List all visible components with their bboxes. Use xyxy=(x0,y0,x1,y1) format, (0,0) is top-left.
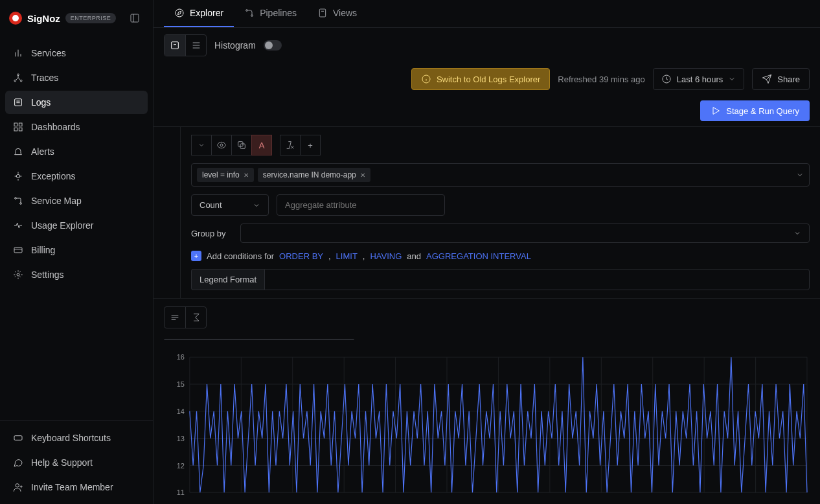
chart-svg: 111213141516 xyxy=(164,350,810,495)
toolbar-row-2: Switch to Old Logs Explorer Refreshed 39… xyxy=(154,63,820,95)
svg-text:11: 11 xyxy=(177,488,185,495)
view-tab-list[interactable]: List view xyxy=(165,339,228,340)
tab-pipelines[interactable]: Pipelines xyxy=(234,0,307,27)
copy-query-button[interactable] xyxy=(231,135,252,155)
chip-remove-icon[interactable]: ✕ xyxy=(360,172,365,179)
svg-rect-11 xyxy=(14,123,17,126)
sigma-button[interactable] xyxy=(185,307,206,328)
filter-input[interactable]: level = info ✕ service.name IN demo-app … xyxy=(191,163,810,187)
sidebar-item-help-support[interactable]: Help & Support xyxy=(5,451,148,474)
query-rail xyxy=(154,127,181,298)
sidebar-item-dashboards[interactable]: Dashboards xyxy=(5,115,148,139)
sidebar-item-settings[interactable]: Settings xyxy=(5,263,148,286)
chevron-down-icon xyxy=(253,201,260,209)
svg-rect-13 xyxy=(14,128,17,131)
legend-format-input[interactable] xyxy=(264,269,810,290)
sidebar-item-label: Exceptions xyxy=(31,171,75,181)
switch-old-explorer-button[interactable]: Switch to Old Logs Explorer xyxy=(411,68,550,90)
button-label: Stage & Run Query xyxy=(726,106,799,116)
sidebar-header: SigNoz ENTERPRISE xyxy=(0,0,153,36)
query-icons: A xyxy=(191,135,272,155)
brand-name: SigNoz xyxy=(27,13,60,24)
editor-mode-group xyxy=(164,34,207,56)
groupby-row: Group by xyxy=(191,223,810,243)
chip-text: level = info xyxy=(202,170,240,179)
grid-icon xyxy=(13,122,23,132)
chip-text: service.name IN demo-app xyxy=(263,170,356,179)
share-button[interactable]: Share xyxy=(752,68,810,90)
svg-point-5 xyxy=(17,74,19,76)
histogram-toggle[interactable] xyxy=(264,40,282,51)
svg-point-24 xyxy=(17,273,19,276)
toolbar-row-1: Histogram xyxy=(154,28,820,63)
sidebar-item-service-map[interactable]: Service Map xyxy=(5,189,148,212)
main: Explorer Pipelines Views Histogram Switc… xyxy=(154,0,820,504)
sidebar-item-usage-explorer[interactable]: Usage Explorer xyxy=(5,214,148,237)
chevron-down-icon xyxy=(793,229,801,237)
editor-mode-a[interactable] xyxy=(165,35,185,56)
editor-mode-b[interactable] xyxy=(185,35,206,56)
filter-chip[interactable]: level = info ✕ xyxy=(197,168,254,182)
view-tab-timeseries[interactable]: Time series xyxy=(228,339,302,340)
visibility-toggle[interactable] xyxy=(211,135,232,155)
query-letter-button[interactable]: A xyxy=(251,135,272,155)
svg-point-31 xyxy=(246,10,248,12)
activity-icon xyxy=(13,220,23,231)
sidebar-item-exceptions[interactable]: Exceptions xyxy=(5,165,148,188)
svg-rect-35 xyxy=(172,42,179,49)
sidebar-item-alerts[interactable]: Alerts xyxy=(5,140,148,163)
filter-chip[interactable]: service.name IN demo-app ✕ xyxy=(258,168,370,182)
svg-point-26 xyxy=(16,484,19,487)
sidebar-item-keyboard-shortcuts[interactable]: Keyboard Shortcuts xyxy=(5,426,148,450)
sidebar-item-label: Billing xyxy=(31,245,55,255)
aggregate-row: Count xyxy=(191,194,810,216)
sidebar-item-invite[interactable]: Invite Team Member xyxy=(5,475,148,499)
plus-icon: + xyxy=(191,251,201,261)
sidebar-collapse-button[interactable] xyxy=(126,9,144,27)
sidebar-item-services[interactable]: Services xyxy=(5,41,148,65)
button-label: Share xyxy=(777,74,800,84)
sidebar: SigNoz ENTERPRISE Services Traces Logs D… xyxy=(0,0,154,504)
bell-icon xyxy=(13,146,23,157)
clock-icon xyxy=(661,74,672,84)
kw-and: and xyxy=(407,251,421,261)
tab-explorer[interactable]: Explorer xyxy=(164,0,234,27)
svg-rect-12 xyxy=(19,123,22,126)
tab-views[interactable]: Views xyxy=(307,0,367,27)
groupby-select[interactable] xyxy=(240,223,810,243)
sidebar-item-traces[interactable]: Traces xyxy=(5,66,148,89)
chip-remove-icon[interactable]: ✕ xyxy=(244,172,249,179)
groupby-label: Group by xyxy=(191,229,233,238)
collapse-query-button[interactable] xyxy=(191,135,212,155)
svg-text:16: 16 xyxy=(177,353,185,361)
svg-text:15: 15 xyxy=(177,380,185,388)
function-button[interactable] xyxy=(280,135,301,155)
sidebar-item-label: Logs xyxy=(31,97,51,108)
credit-card-icon xyxy=(13,245,23,255)
route-icon xyxy=(13,196,23,206)
bar-chart-icon xyxy=(13,48,23,58)
keyboard-icon xyxy=(13,433,23,443)
aggregate-function-select[interactable]: Count xyxy=(191,194,269,216)
svg-text:12: 12 xyxy=(177,461,185,469)
add-query-button[interactable]: + xyxy=(300,135,321,155)
chat-icon xyxy=(13,457,23,468)
view-tab-table[interactable]: Table xyxy=(302,339,354,340)
chart: 111213141516 xyxy=(154,350,820,504)
time-range-select[interactable]: Last 6 hours xyxy=(653,68,745,90)
sidebar-item-label: Alerts xyxy=(31,146,54,157)
legend-format-label: Legend Format xyxy=(191,269,264,290)
aggregate-attribute-input[interactable] xyxy=(277,194,445,216)
sidebar-item-label: Invite Team Member xyxy=(31,482,113,492)
sidebar-item-billing[interactable]: Billing xyxy=(5,238,148,262)
sidebar-item-logs[interactable]: Logs xyxy=(5,91,148,114)
logo-icon xyxy=(9,12,22,25)
query-area: A + level = info ✕ service.name IN demo-… xyxy=(154,126,820,299)
add-conditions-row[interactable]: + Add conditions for ORDER BY, LIMIT, HA… xyxy=(191,251,810,261)
sidebar-item-label: Help & Support xyxy=(31,457,93,468)
refreshed-text: Refreshed 39 mins ago xyxy=(558,74,644,84)
compass-icon xyxy=(174,8,185,18)
tab-label: Views xyxy=(333,8,357,18)
run-query-button[interactable]: Stage & Run Query xyxy=(700,100,810,121)
raw-view-button[interactable] xyxy=(165,307,185,328)
